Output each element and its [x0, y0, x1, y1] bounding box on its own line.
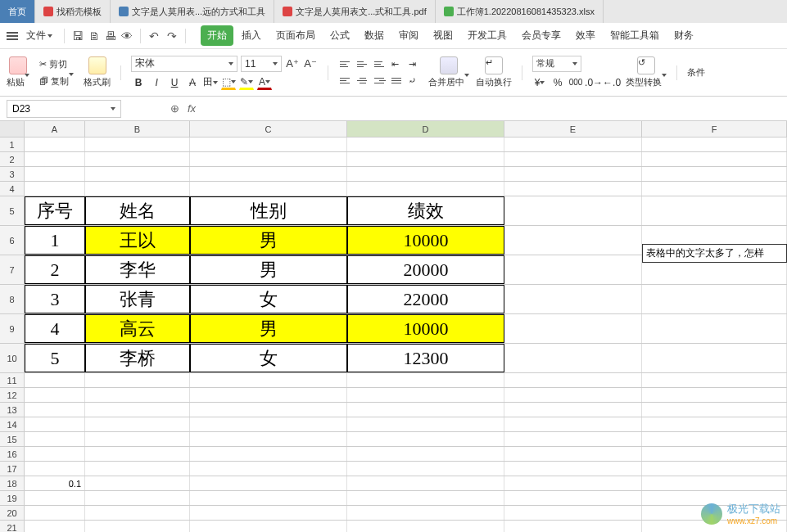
cell[interactable] [25, 506, 85, 520]
cell[interactable] [190, 476, 347, 490]
cell[interactable] [504, 447, 642, 461]
cell[interactable] [504, 167, 642, 181]
cell[interactable] [504, 285, 642, 313]
cell[interactable] [504, 138, 642, 151]
cell-name[interactable]: 张青 [85, 285, 190, 313]
cell[interactable] [347, 373, 504, 387]
row-header[interactable]: 17 [0, 462, 25, 476]
cell[interactable] [85, 476, 190, 490]
cell[interactable] [347, 403, 504, 417]
hamburger-icon[interactable] [7, 35, 18, 37]
cell[interactable] [190, 388, 347, 402]
row-header[interactable]: 2 [0, 152, 25, 166]
cell[interactable] [504, 314, 642, 343]
cell[interactable] [190, 491, 347, 505]
align-left-icon[interactable] [338, 74, 353, 88]
col-header-E[interactable]: E [504, 121, 642, 137]
cell[interactable] [25, 138, 85, 151]
row-header[interactable]: 15 [0, 432, 25, 446]
merge-group[interactable]: 合并居中 [428, 56, 469, 88]
row-header[interactable]: 12 [0, 388, 25, 402]
cell-seq[interactable]: 5 [25, 344, 85, 372]
cell[interactable] [642, 138, 787, 151]
row-header[interactable]: 5 [0, 196, 25, 225]
cell[interactable] [85, 417, 190, 431]
cell[interactable] [347, 521, 504, 532]
menu-tab-member[interactable]: 会员专享 [515, 25, 568, 46]
strike-button[interactable]: A [185, 75, 200, 90]
cell[interactable] [190, 447, 347, 461]
cell[interactable] [85, 152, 190, 166]
type-convert-group[interactable]: ↺ 类型转换 [626, 56, 667, 88]
indent-increase-icon[interactable]: ⇥ [407, 58, 422, 71]
cell[interactable] [642, 167, 787, 181]
cell[interactable] [347, 432, 504, 446]
menu-tab-start[interactable]: 开始 [201, 25, 233, 46]
cell[interactable] [347, 417, 504, 431]
underline-button[interactable]: U [167, 75, 182, 90]
fx-icon[interactable]: fx [188, 102, 196, 115]
cell[interactable] [504, 521, 642, 532]
justify-icon[interactable] [390, 74, 405, 88]
menu-tab-insert[interactable]: 插入 [235, 25, 268, 46]
percent-icon[interactable]: % [550, 75, 565, 90]
cell[interactable] [85, 462, 190, 476]
fill-color-button[interactable]: ⬚ [221, 75, 236, 90]
cell[interactable] [504, 432, 642, 446]
align-center-icon[interactable] [355, 74, 370, 88]
cell[interactable] [347, 152, 504, 166]
menu-tab-layout[interactable]: 页面布局 [269, 25, 322, 46]
file-menu[interactable]: 文件 [21, 27, 57, 44]
row-header[interactable]: 10 [0, 344, 25, 372]
paste-group[interactable]: 粘贴 [7, 56, 29, 88]
cell-name[interactable]: 王以 [85, 226, 190, 255]
redo-icon[interactable]: ↷ [165, 29, 179, 43]
cell-perf[interactable]: 12300 [347, 344, 504, 372]
tab-template[interactable]: 找稻壳模板 [35, 0, 111, 23]
cell[interactable] [190, 432, 347, 446]
cell[interactable] [85, 447, 190, 461]
cell[interactable] [25, 182, 85, 196]
decrease-font-icon[interactable]: A⁻ [303, 56, 318, 71]
cell[interactable] [25, 521, 85, 532]
row-header[interactable]: 13 [0, 403, 25, 417]
cell[interactable] [642, 344, 787, 372]
align-right-icon[interactable] [373, 74, 387, 88]
cell[interactable] [504, 373, 642, 387]
name-box[interactable]: D23 [7, 100, 121, 118]
select-all-corner[interactable] [0, 121, 25, 137]
menu-tab-dev[interactable]: 开发工具 [461, 25, 513, 46]
cell[interactable] [504, 462, 642, 476]
increase-decimal-icon[interactable]: .0→ [586, 75, 601, 90]
cell[interactable] [347, 447, 504, 461]
cell[interactable] [85, 167, 190, 181]
border-button[interactable]: 田 [203, 75, 218, 90]
cell[interactable] [85, 521, 190, 532]
row-header[interactable]: 16 [0, 447, 25, 461]
cell[interactable] [190, 373, 347, 387]
cell-gender[interactable]: 男 [190, 226, 347, 255]
align-middle-icon[interactable] [355, 58, 370, 71]
orientation-icon[interactable]: ⤾ [407, 74, 422, 88]
menu-tab-efficiency[interactable]: 效率 [569, 25, 602, 46]
cell-header-name[interactable]: 姓名 [85, 196, 190, 225]
cell-perf[interactable]: 10000 [347, 226, 504, 255]
cell[interactable] [85, 388, 190, 402]
cell[interactable] [642, 403, 787, 417]
cell-seq[interactable]: 3 [25, 285, 85, 313]
col-header-A[interactable]: A [25, 121, 85, 137]
row-header[interactable]: 4 [0, 182, 25, 196]
cell[interactable] [190, 403, 347, 417]
align-bottom-icon[interactable] [373, 58, 387, 71]
number-format-select[interactable]: 常规 [532, 56, 581, 72]
cell[interactable] [642, 417, 787, 431]
row-header[interactable]: 19 [0, 491, 25, 505]
cell[interactable] [642, 373, 787, 387]
cell[interactable] [642, 462, 787, 476]
cell[interactable] [85, 403, 190, 417]
cell[interactable] [190, 506, 347, 520]
menu-tab-review[interactable]: 审阅 [392, 25, 425, 46]
zoom-icon[interactable]: ⊕ [170, 102, 179, 115]
col-header-B[interactable]: B [85, 121, 190, 137]
cell[interactable] [190, 417, 347, 431]
